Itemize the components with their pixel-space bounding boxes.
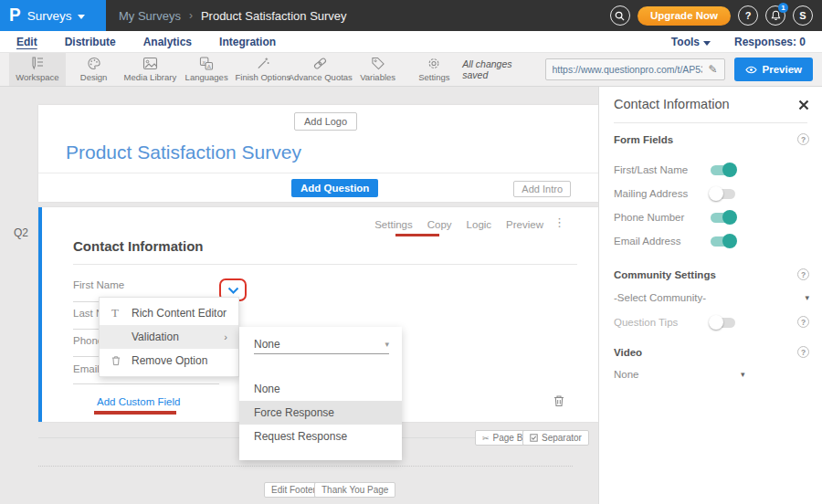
- field-context-menu: T Rich Content Editor Validation › Remov…: [99, 297, 239, 377]
- validation-option-force-response[interactable]: Force Response: [239, 401, 402, 425]
- toggle-question-tips[interactable]: [711, 318, 735, 328]
- questionpro-survey-editor: P Surveys My Surveys › Product Satisfact…: [0, 0, 822, 504]
- tools-menu[interactable]: Tools: [671, 36, 711, 48]
- tab-edit[interactable]: Edit: [16, 36, 37, 48]
- topbar-actions: Upgrade Now ? 1 S: [610, 5, 822, 26]
- thank-you-page-button[interactable]: Thank You Page: [314, 482, 395, 498]
- validation-option-request-response[interactable]: Request Response: [239, 425, 402, 448]
- tab-distribute[interactable]: Distribute: [65, 36, 116, 48]
- survey-url-field[interactable]: https://www.questionpro.com/t/AP53kZgUI …: [545, 58, 724, 80]
- thank-you-page-label: Thank You Page: [321, 485, 388, 495]
- product-switcher[interactable]: P Surveys: [0, 0, 106, 31]
- delete-question-trash-icon[interactable]: [553, 394, 564, 411]
- menu-item-remove-option[interactable]: Remove Option: [100, 349, 238, 373]
- question-logic-link[interactable]: Logic: [467, 219, 492, 230]
- add-logo-button[interactable]: Add Logo: [294, 112, 357, 131]
- chevron-down-icon: [227, 287, 239, 294]
- toggle-phone-number[interactable]: [711, 213, 735, 223]
- question-title[interactable]: Contact Information: [73, 238, 204, 254]
- toolbar-label: Media Library: [124, 72, 177, 82]
- tabbar-right: Tools Responses: 0: [671, 36, 806, 48]
- gear-icon: [427, 57, 441, 70]
- add-question-button[interactable]: Add Question: [291, 179, 378, 197]
- tab-analytics[interactable]: Analytics: [143, 36, 192, 48]
- menu-item-rich-content-editor[interactable]: T Rich Content Editor: [100, 301, 238, 325]
- edit-footer-label: Edit Footer: [271, 485, 316, 495]
- separator-button[interactable]: Separator: [522, 430, 589, 446]
- upgrade-now-button[interactable]: Upgrade Now: [638, 6, 731, 26]
- survey-title[interactable]: Product Satisfaction Survey: [66, 142, 301, 163]
- toggle-knob: [722, 163, 737, 177]
- toolbar-item-languages[interactable]: xA Languages: [178, 53, 235, 86]
- add-intro-button[interactable]: Add Intro: [513, 181, 571, 197]
- video-select-dropdown[interactable]: None: [614, 369, 639, 380]
- toggle-first-last-name[interactable]: [711, 165, 735, 175]
- help-button[interactable]: ?: [738, 5, 758, 26]
- toggle-label-first-last-name: First/Last Name: [614, 164, 688, 175]
- question-copy-link[interactable]: Copy: [427, 219, 452, 230]
- submenu-arrow-icon: ›: [224, 331, 238, 342]
- account-avatar[interactable]: S: [793, 5, 813, 26]
- toolbar-item-variables[interactable]: Variables: [350, 53, 406, 86]
- workspace-icon: [29, 57, 45, 70]
- community-settings-heading: Community Settings: [614, 269, 716, 280]
- tab-integration[interactable]: Integration: [219, 36, 276, 48]
- validation-selected-value: None: [254, 338, 280, 351]
- notification-badge: 1: [778, 3, 788, 13]
- help-icon[interactable]: ?: [797, 133, 809, 145]
- search-button[interactable]: [610, 5, 630, 26]
- panel-title: Contact Information: [614, 97, 730, 111]
- chevron-down-icon: [703, 41, 711, 46]
- toolbar-item-design[interactable]: Design: [66, 53, 122, 86]
- divider: [73, 264, 577, 265]
- survey-nav-tabs: Edit Distribute Analytics Integration To…: [0, 31, 822, 53]
- breadcrumb-current-survey: Product Satisfaction Survey: [201, 9, 347, 23]
- toolbar-item-settings[interactable]: Settings: [406, 53, 463, 86]
- question-settings-link[interactable]: Settings: [374, 219, 413, 230]
- chevron-down-icon[interactable]: ▾: [805, 293, 809, 302]
- editor-toolbar: Workspace Design Media Library xA Langua…: [0, 53, 822, 87]
- separator-label: Separator: [542, 433, 582, 443]
- preview-button[interactable]: Preview: [734, 58, 813, 81]
- question-preview-link[interactable]: Preview: [506, 219, 543, 230]
- help-icon[interactable]: ?: [797, 316, 809, 328]
- help-icon[interactable]: ?: [797, 268, 809, 280]
- toolbar-label: Languages: [185, 72, 228, 82]
- toolbar-item-finish-options[interactable]: Finish Options: [235, 53, 291, 86]
- chain-link-icon: [312, 57, 328, 70]
- responses-count: Responses: 0: [734, 36, 806, 48]
- toolbar-label: Workspace: [16, 72, 58, 82]
- select-community-dropdown[interactable]: -Select Community-: [614, 292, 706, 303]
- toolbar-label: Finish Options: [236, 72, 291, 82]
- validation-option-none[interactable]: None: [239, 377, 402, 401]
- field-first-name[interactable]: First Name: [73, 279, 124, 290]
- chevron-down-icon: [78, 15, 85, 19]
- preview-label: Preview: [763, 64, 802, 75]
- tag-icon: [371, 57, 385, 70]
- settings-annotation-underline: [395, 234, 439, 236]
- toolbar-item-workspace[interactable]: Workspace: [9, 53, 66, 86]
- notifications-button[interactable]: 1: [765, 5, 785, 26]
- help-label: ?: [745, 10, 752, 21]
- form-fields-heading: Form Fields: [614, 134, 673, 145]
- toggle-mailing-address[interactable]: [711, 189, 735, 199]
- validation-select[interactable]: None ▾: [254, 334, 389, 354]
- chevron-down-icon[interactable]: ▾: [741, 370, 745, 379]
- toggle-email-address[interactable]: [711, 236, 735, 247]
- close-panel-button[interactable]: [798, 98, 809, 114]
- question-more-menu[interactable]: ⋮: [553, 215, 565, 229]
- toolbar-item-media-library[interactable]: Media Library: [122, 53, 179, 86]
- menu-item-validation[interactable]: Validation ›: [100, 325, 238, 349]
- breadcrumb-my-surveys[interactable]: My Surveys: [119, 9, 181, 23]
- option-label: Request Response: [254, 430, 347, 443]
- add-custom-field-link[interactable]: Add Custom Field: [97, 396, 180, 407]
- survey-url: https://www.questionpro.com/t/AP53kZgUI: [546, 64, 701, 75]
- toolbar-item-advance-quotas[interactable]: Advance Quotas: [291, 53, 350, 86]
- product-menu-label: Surveys: [27, 9, 72, 23]
- help-icon[interactable]: ?: [797, 346, 809, 358]
- close-icon: [798, 100, 809, 110]
- question-action-menu: Settings Copy Logic Preview: [374, 219, 543, 230]
- translate-icon: xA: [199, 57, 214, 70]
- edit-url-pencil-icon[interactable]: ✎: [702, 59, 724, 79]
- toolbar-label: Settings: [418, 72, 449, 82]
